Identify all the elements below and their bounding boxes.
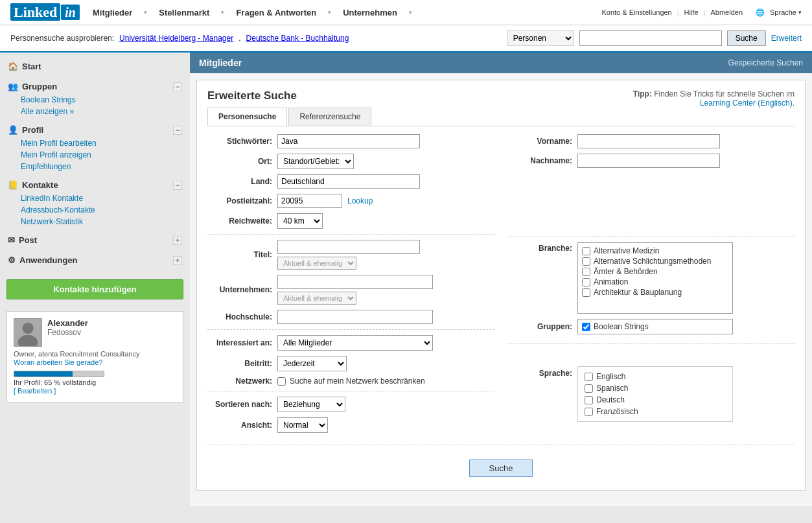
sprache-spanisch[interactable]: Spanisch — [585, 382, 726, 394]
sidebar-item-kontakte[interactable]: 📒 Kontakte − — [6, 178, 183, 192]
tab-personensuche[interactable]: Personensuche — [207, 108, 287, 126]
hochschule-input[interactable] — [277, 310, 433, 324]
nachname-input[interactable] — [577, 154, 720, 168]
sprache-check-franzoesisch[interactable] — [585, 408, 593, 416]
content-title: Mitglieder — [199, 58, 242, 68]
sidebar-item-profil[interactable]: 👤 Profil − — [6, 122, 183, 137]
plz-label: Postleitzahl: — [207, 196, 272, 205]
erweitert-link[interactable]: Erweitert — [771, 34, 802, 43]
branche-item-3[interactable]: Ämter & Behörden — [582, 266, 728, 277]
search-hint-link-2[interactable]: Deutsche Bank - Buchhaltung — [246, 34, 349, 43]
plz-input[interactable] — [277, 194, 342, 208]
tab-referenzensuche[interactable]: Referenzensuche — [288, 108, 371, 126]
sidebar-sub-linkedin-kontakte[interactable]: LinkedIn Kontakte — [21, 192, 183, 204]
person-icon: 👤 — [8, 125, 18, 135]
ort-label: Ort: — [207, 157, 272, 166]
ansicht-label: Ansicht: — [207, 421, 272, 430]
profile-name: Alexander — [47, 318, 88, 328]
branche-item-4[interactable]: Animation — [582, 277, 728, 287]
branche-item-1[interactable]: Alternative Medizin — [582, 246, 728, 256]
sidebar-start-label: Start — [22, 62, 41, 71]
reichweite-select[interactable]: 40 km 10 km 25 km 50 km 100 km — [277, 213, 323, 229]
nav-stellenmarkt[interactable]: Stellenmarkt — [159, 8, 209, 17]
sprache-englisch[interactable]: Englisch — [585, 371, 726, 382]
sidebar-sub-mein-profil-bearbeiten[interactable]: Mein Profil bearbeiten — [21, 137, 183, 149]
branche-listbox[interactable]: Alternative Medizin Alternative Schlicht… — [577, 242, 733, 314]
titel-aktuell-select[interactable]: Aktuell & ehemalig Aktuell Ehemalig — [277, 257, 356, 270]
tipp-link[interactable]: Learning Center (Englisch). — [700, 99, 795, 108]
titel-input[interactable] — [277, 240, 420, 254]
sidebar-item-start[interactable]: 🏠 Start — [6, 59, 183, 74]
stichwoerter-input[interactable] — [277, 134, 420, 148]
collapse-kontakte[interactable]: − — [173, 181, 182, 190]
nav-unternehmen[interactable]: Unternehmen — [343, 8, 397, 17]
collapse-gruppen[interactable]: − — [173, 82, 182, 91]
abmelden-link[interactable]: Abmelden — [710, 8, 743, 16]
branche-check-2[interactable] — [582, 257, 590, 266]
gruppen-item-1[interactable]: Boolean Strings — [582, 322, 728, 331]
unternehmen-aktuell-select[interactable]: Aktuell & ehemalig Aktuell Ehemalig — [277, 292, 356, 305]
vorname-input[interactable] — [577, 134, 720, 148]
search-hint-link-1[interactable]: Universität Heidelberg - Manager — [119, 34, 233, 43]
expand-post[interactable]: + — [173, 236, 182, 245]
sidebar-sub-alle[interactable]: Alle anzeigen » — [21, 106, 183, 117]
hilfe-link[interactable]: Hilfe — [684, 8, 699, 16]
main-nav: Mitglieder ▾ Stellenmarkt ▾ Fragen & Ant… — [93, 8, 589, 17]
sidebar-sub-netzwerk-statistik[interactable]: Netzwerk-Statistik — [21, 216, 183, 227]
land-input[interactable] — [277, 174, 420, 189]
branche-check-3[interactable] — [582, 268, 590, 276]
profile-question-link[interactable]: Woran arbeiten Sie gerade? — [14, 358, 102, 366]
unternehmen-input[interactable] — [277, 275, 433, 289]
sidebar-item-anwendungen[interactable]: ⚙ Anwendungen + — [6, 253, 183, 268]
sprache-check-deutsch[interactable] — [585, 396, 593, 404]
branche-check-5[interactable] — [582, 288, 590, 297]
sprache-franzoesisch[interactable]: Französisch — [585, 406, 726, 417]
sidebar-item-post[interactable]: ✉ Post + — [6, 233, 183, 248]
profile-card: Alexander Fedossov Owner, atenta Recruit… — [6, 311, 183, 402]
search-button[interactable]: Suche — [727, 30, 766, 46]
branche-item-2[interactable]: Alternative Schlichtungsmethoden — [582, 256, 728, 266]
sprache-check-englisch[interactable] — [585, 373, 593, 381]
branche-check-4[interactable] — [582, 278, 590, 286]
add-contacts-button[interactable]: Kontakte hinzufügen — [6, 279, 183, 299]
profile-edit-link[interactable]: [ Bearbeiten ] — [14, 387, 56, 395]
contacts-icon: 📒 — [8, 180, 18, 190]
nav-mitglieder[interactable]: Mitglieder — [93, 8, 132, 17]
form-bottom: Suche — [207, 450, 795, 481]
netzwerk-checkbox-label: Suche auf mein Netzwerk beschränken — [290, 377, 425, 386]
beitritt-select[interactable]: Jederzeit Letzte Woche Letzten Monat Let… — [277, 356, 347, 371]
suche-submit-button[interactable]: Suche — [469, 459, 533, 477]
ort-select[interactable]: Standort/Gebiet: Postleitzahl Land — [277, 154, 354, 169]
netzwerk-checkbox[interactable] — [277, 377, 286, 386]
lookup-link[interactable]: Lookup — [347, 196, 373, 205]
land-label: Land: — [207, 177, 272, 186]
reichweite-label: Reichweite: — [207, 216, 272, 226]
search-input[interactable] — [579, 30, 722, 46]
collapse-profil[interactable]: − — [173, 126, 182, 135]
sidebar-item-gruppen[interactable]: 👥 Gruppen − — [6, 79, 183, 94]
vorname-label: Vorname: — [507, 137, 572, 146]
gruppen-check-1[interactable] — [582, 323, 590, 331]
konto-link[interactable]: Konto & Einstellungen — [601, 8, 671, 16]
profile-progress-fill — [14, 371, 73, 377]
interessiert-select[interactable]: Alle Mitglieder Männer Frauen — [277, 335, 433, 351]
sprache-deutsch[interactable]: Deutsch — [585, 394, 726, 406]
sidebar-sub-empfehlungen[interactable]: Empfehlungen — [21, 161, 183, 172]
ansicht-select[interactable]: Normal Erweitert — [277, 417, 328, 433]
sprache-btn[interactable]: Sprache ▾ — [770, 8, 802, 16]
sortieren-select[interactable]: Beziehung Relevanz Verbindungen — [277, 397, 345, 412]
sprache-check-spanisch[interactable] — [585, 384, 593, 393]
sidebar-sub-adressbuch[interactable]: Adressbuch-Kontakte — [21, 204, 183, 216]
hochschule-label: Hochschule: — [207, 312, 272, 321]
expand-anwendungen[interactable]: + — [173, 256, 182, 265]
branche-item-5[interactable]: Architektur & Bauplanung — [582, 287, 728, 297]
branche-check-1[interactable] — [582, 247, 590, 255]
sidebar-profil-label: Profil — [22, 125, 43, 135]
nav-fragen[interactable]: Fragen & Antworten — [236, 8, 316, 17]
saved-search-link[interactable]: Gespeicherte Suchen — [728, 58, 803, 67]
search-type-select[interactable]: Personen Jobs Unternehmen Gruppen — [507, 30, 574, 46]
sidebar-sub-boolean[interactable]: Boolean Strings — [21, 94, 183, 106]
form-title: Erweiterte Suche — [207, 89, 297, 102]
stichwoerter-label: Stichwörter: — [207, 137, 272, 146]
sidebar-sub-mein-profil-anzeigen[interactable]: Mein Profil anzeigen — [21, 149, 183, 161]
